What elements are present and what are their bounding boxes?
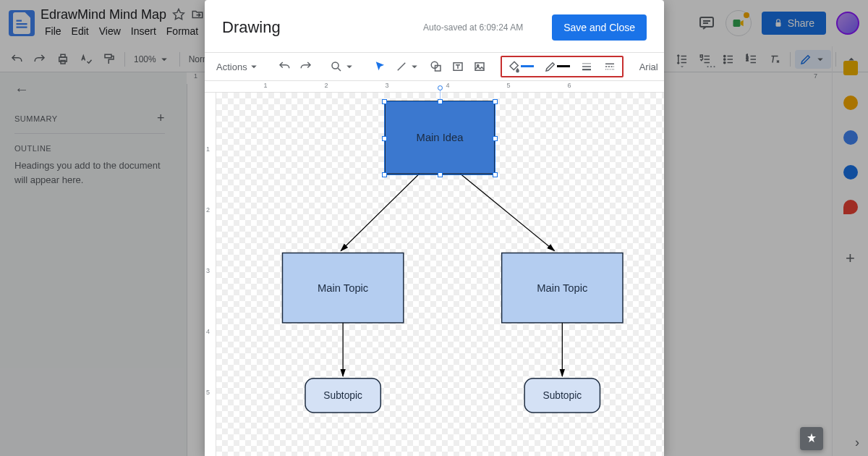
svg-line-51	[341, 174, 419, 250]
border-dash-icon[interactable]	[600, 57, 619, 76]
resize-handle[interactable]	[382, 136, 387, 141]
select-tool-icon[interactable]	[370, 57, 389, 76]
shape-tool-icon[interactable]	[427, 57, 446, 76]
autosave-status: Auto-saved at 6:09:24 AM	[423, 22, 523, 33]
svg-point-32	[332, 62, 339, 69]
shape-subtopic-left-label: Subtopic	[323, 390, 362, 401]
drawing-toolbar: Actions Arial	[205, 52, 664, 81]
resize-handle[interactable]	[382, 172, 387, 177]
border-color-icon[interactable]	[541, 57, 573, 76]
svg-line-34	[397, 63, 405, 71]
undo-icon[interactable]	[275, 57, 294, 76]
selection-outline[interactable]	[384, 101, 495, 175]
textbox-tool-icon[interactable]	[448, 57, 467, 76]
ruler-vertical[interactable]: 1 2 3 4 5	[205, 93, 216, 456]
svg-point-48	[707, 66, 708, 67]
svg-point-49	[710, 66, 712, 67]
shape-topic-right-label: Main Topic	[537, 282, 587, 294]
shape-topic-left-label: Main Topic	[318, 282, 368, 294]
resize-handle[interactable]	[438, 172, 443, 177]
resize-handle[interactable]	[493, 99, 498, 104]
drawing-canvas-wrap: 1 2 3 4 5 6 1 2 3 4 5 Main Idea	[205, 81, 664, 456]
svg-line-33	[338, 68, 341, 71]
actions-menu[interactable]: Actions	[213, 57, 263, 76]
resize-handle[interactable]	[438, 99, 443, 104]
svg-point-50	[713, 66, 715, 67]
drawing-canvas[interactable]: Main Idea Main Topic Main Topic Subtopic…	[216, 93, 664, 456]
more-options-icon[interactable]	[702, 57, 720, 76]
modal-title: Drawing	[222, 18, 281, 37]
svg-rect-43	[582, 66, 591, 67]
rotate-handle[interactable]	[438, 85, 443, 90]
svg-line-52	[461, 174, 555, 250]
shape-subtopic-right-label: Subtopic	[543, 390, 582, 401]
image-tool-icon[interactable]	[470, 57, 489, 76]
explore-button[interactable]	[800, 427, 823, 450]
style-group-highlight	[501, 56, 624, 77]
resize-handle[interactable]	[382, 99, 387, 104]
svg-rect-42	[582, 64, 591, 64]
border-weight-icon[interactable]	[577, 57, 596, 76]
svg-rect-40	[475, 63, 484, 71]
resize-handle[interactable]	[493, 172, 498, 177]
svg-rect-44	[582, 69, 591, 70]
line-tool-icon[interactable]	[392, 57, 424, 76]
fill-color-icon[interactable]	[505, 57, 537, 76]
drawing-modal: Drawing Auto-saved at 6:09:24 AM Save an…	[205, 0, 664, 456]
save-close-button[interactable]: Save and Close	[552, 14, 647, 41]
resize-handle[interactable]	[493, 136, 498, 141]
redo-icon[interactable]	[297, 57, 315, 76]
font-select[interactable]: Arial	[635, 62, 690, 72]
zoom-menu[interactable]	[327, 57, 359, 76]
ruler-horizontal[interactable]: 1 2 3 4 5 6	[205, 81, 664, 93]
